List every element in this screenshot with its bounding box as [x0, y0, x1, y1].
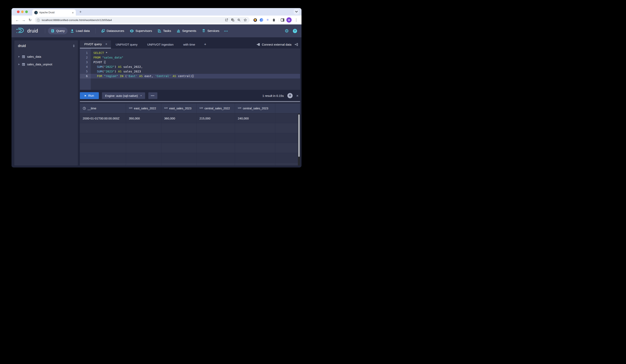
number-type-icon: 123 [164, 107, 168, 109]
translate-icon[interactable] [231, 18, 234, 22]
zoom-icon[interactable] [237, 18, 241, 22]
site-info-icon[interactable]: ⓘ [37, 19, 40, 22]
window-minimize-button[interactable] [21, 10, 24, 13]
column-header-east_sales_2023[interactable]: 123east_sales_2023 [161, 103, 197, 113]
browser-menu-icon[interactable]: ⋮ [294, 18, 299, 22]
forward-icon[interactable]: → [21, 18, 26, 22]
help-icon[interactable]: ? [293, 29, 297, 33]
sidebar-table-sales_data[interactable]: sales_data [18, 53, 75, 61]
browser-extension-icon[interactable] [253, 18, 257, 22]
cell-empty [161, 123, 197, 133]
cell-central_sales_2022[interactable]: 215,000 [197, 113, 235, 123]
cell-empty [197, 123, 235, 133]
cell-central_sales_2023[interactable]: 240,000 [235, 113, 275, 123]
chevron-right-icon[interactable] [18, 55, 20, 58]
tasks-icon [158, 29, 161, 33]
add-tab-button[interactable]: + [200, 40, 210, 48]
column-header-east_sales_2022[interactable]: 123east_sales_2022 [126, 103, 161, 113]
cell-empty [80, 163, 126, 165]
share-icon[interactable] [225, 18, 228, 22]
cell-empty [161, 143, 197, 153]
reload-icon[interactable]: ↻ [27, 18, 33, 22]
toolbar-divider [279, 18, 279, 22]
run-bar: ▶ Run Engine: auto (sql-native) ▼ ••• 1 … [80, 91, 300, 100]
chevron-right-icon[interactable] [18, 63, 20, 66]
nav-item-services[interactable]: Services [199, 27, 222, 34]
nav-item-segments[interactable]: Segments [174, 27, 199, 34]
druid-brand[interactable]: druid [16, 27, 38, 34]
profile-avatar[interactable]: H [286, 17, 292, 23]
query-more-button[interactable]: ••• [148, 92, 157, 99]
scrollbar-thumb[interactable] [298, 114, 300, 157]
workbench-tab-with-time[interactable]: with time [178, 40, 200, 48]
column-header-__time[interactable]: __time [80, 103, 126, 113]
nav-item-tasks[interactable]: Tasks [155, 27, 174, 34]
window-controls [17, 10, 28, 13]
cell-__time[interactable]: 2000-01-01T00:00:00.000Z [80, 113, 126, 123]
back-icon[interactable]: ← [14, 18, 20, 22]
cell-east_sales_2022[interactable]: 350,000 [126, 113, 161, 123]
clipboard-extension-icon[interactable] [272, 18, 276, 22]
column-name: central_sales_2023 [243, 107, 268, 110]
nav-item-query[interactable]: Query [48, 27, 68, 34]
nav-item-datasources[interactable]: Datasources [98, 27, 127, 34]
workbench-tab-pivot-query[interactable]: PIVOT query× [80, 40, 111, 48]
number-type-icon: 123 [129, 107, 132, 109]
run-button[interactable]: ▶ Run [80, 92, 99, 99]
druid-logo-icon [16, 27, 25, 34]
table-row: 2000-01-01T00:00:00.000Z350,000360,00021… [80, 113, 300, 123]
window-zoom-button[interactable] [25, 10, 28, 13]
tab-close-icon[interactable]: × [72, 11, 74, 14]
column-header-central_sales_2022[interactable]: 123central_sales_2022 [197, 103, 235, 113]
window-close-button[interactable] [17, 10, 20, 13]
column-header-central_sales_2023[interactable]: 123central_sales_2023 [235, 103, 275, 113]
sql-editor[interactable]: 1SELECT *2FROM "sales_data"3PIVOT (4 SUM… [80, 48, 300, 90]
cell-empty [126, 153, 161, 163]
cell-empty [80, 133, 126, 143]
tab-search-button[interactable] [294, 9, 299, 14]
extension-flower-icon[interactable]: ✳ [266, 18, 270, 22]
editor-line-1[interactable]: 1SELECT * [80, 51, 300, 55]
sidebar-table-sales_data_unpivot[interactable]: sales_data_unpivot [18, 61, 75, 68]
cell-empty [126, 163, 161, 165]
new-tab-button[interactable]: + [78, 10, 83, 14]
code-text: SELECT * [91, 51, 300, 55]
editor-line-3[interactable]: 3PIVOT ( [80, 60, 300, 65]
table-icon [22, 63, 25, 66]
password-manager-icon[interactable] [260, 18, 263, 22]
code-text: SUM("2022") AS sales_2022, [91, 65, 300, 69]
editor-line-5[interactable]: 5 SUM("2023") AS sales_2023 [80, 69, 300, 74]
url-text[interactable]: localhost:8888/unified-console.html#work… [42, 19, 223, 22]
workbench-tabs: PIVOT query×UNPIVOT queryUNPIVOT ingesti… [80, 40, 300, 48]
download-icon[interactable] [287, 93, 293, 98]
browser-toolbar: ← → ↻ ⓘ localhost:8888/unified-console.h… [11, 16, 302, 24]
cell-filler [275, 113, 300, 123]
nav-item-load-data[interactable]: Load data [68, 27, 93, 34]
workbench-tab-unpivot-query[interactable]: UNPIVOT query [111, 40, 142, 48]
browser-tab[interactable]: Apache Druid × [32, 9, 76, 16]
workbench-tab-unpivot-ingestion[interactable]: UNPIVOT ingestion [142, 40, 178, 48]
cell-empty [161, 163, 197, 165]
close-results-icon[interactable]: × [296, 94, 299, 98]
editor-line-6[interactable]: 6 FOR "region" IN ('East' AS east, 'Cent… [80, 74, 300, 79]
sort-icon[interactable] [73, 44, 75, 47]
cell-filler [275, 163, 300, 165]
settings-gear-icon[interactable]: ⚙ [285, 29, 289, 33]
engine-select[interactable]: Engine: auto (sql-native) ▼ [102, 92, 145, 99]
collapse-panel-icon[interactable] [293, 40, 300, 48]
nav-item-supervisors[interactable]: Supervisors [127, 27, 155, 34]
results-scrollbar[interactable] [298, 114, 300, 165]
play-icon: ▶ [85, 95, 86, 97]
bookmark-star-icon[interactable] [244, 18, 247, 22]
close-tab-icon[interactable]: × [105, 42, 107, 46]
editor-line-4[interactable]: 4 SUM("2022") AS sales_2022, [80, 65, 300, 69]
cell-east_sales_2023[interactable]: 360,000 [161, 113, 197, 123]
navbar-more-icon[interactable]: ••• [222, 30, 230, 33]
side-panel-icon[interactable] [281, 18, 284, 22]
address-bar[interactable]: ⓘ localhost:8888/unified-console.html#wo… [35, 17, 250, 23]
datasources-icon [101, 29, 105, 33]
panel-splitter[interactable] [80, 101, 300, 102]
services-icon [202, 29, 205, 33]
editor-line-2[interactable]: 2FROM "sales_data" [80, 55, 300, 60]
connect-external-data-button[interactable]: Connect external data [255, 40, 293, 48]
